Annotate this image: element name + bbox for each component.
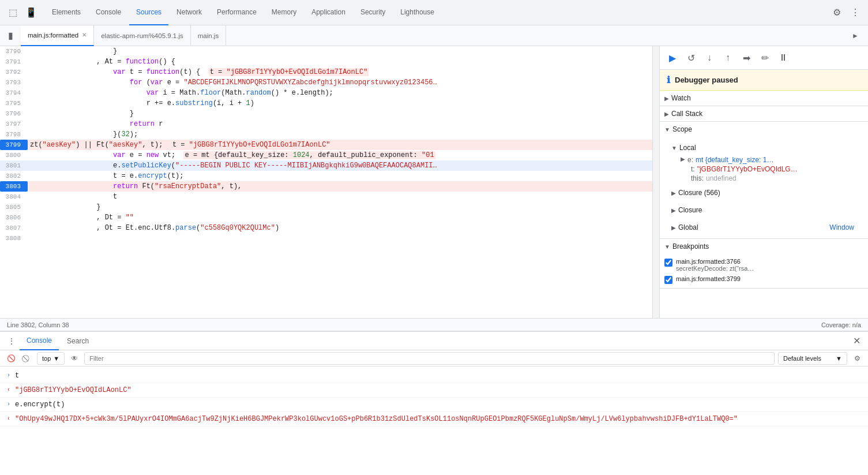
console-settings-btn[interactable]: ⚙ (851, 352, 863, 365)
local-header[interactable]: ▼ Local (671, 140, 863, 155)
closure-scope: ▶ Closure (671, 201, 863, 219)
console-filter-input[interactable] (84, 352, 775, 365)
table-row: 3795 r += e.substring(i, i + 1) (0, 98, 652, 109)
nav-tab-performance[interactable]: Performance (210, 0, 264, 25)
list-item: main.js:formatted:3766 secretKeyDecode: … (664, 256, 863, 274)
closure-566-label: Closure (566) (678, 189, 720, 197)
nav-tab-console[interactable]: Console (89, 0, 128, 25)
status-position: Line 3802, Column 38 (7, 321, 69, 328)
console-output-arrow-2: ‹ (7, 413, 10, 425)
file-tab-close[interactable]: ✕ (82, 32, 87, 38)
table-row: 3803 return Ft("rsaEncryptData", t), (0, 181, 652, 192)
table-row: 3798 }(32); (0, 129, 652, 140)
device-icon[interactable]: 📱 (23, 5, 39, 21)
watch-chevron: ▶ (664, 95, 669, 102)
scope-this-line: this: undefined (681, 174, 863, 183)
table-row: 3791 , At = function() { (0, 57, 652, 67)
resume-btn[interactable]: ▶ (664, 50, 681, 66)
closure-chevron: ▶ (671, 207, 676, 214)
file-tab-label: elastic-apm-rum%405.9.1.js (101, 32, 183, 39)
breakpoint-code-1: secretKeyDecode: zt("rsa… (676, 265, 754, 272)
console-close-btn[interactable]: ✕ (850, 334, 863, 348)
breakpoint-checkbox-2[interactable] (664, 276, 672, 284)
closure-566-chevron: ▶ (671, 190, 676, 196)
console-levels-select[interactable]: Default levels ▼ (778, 352, 847, 365)
scope-e-expand[interactable]: ▶ (681, 156, 685, 162)
breakpoint-checkbox-1[interactable] (664, 259, 672, 267)
code-lines: 3790 } 3791 , At = function() { 3792 var… (0, 46, 652, 318)
console-tab-search[interactable]: Search (60, 332, 96, 350)
breakpoints-header[interactable]: ▼ Breakpoints (660, 239, 868, 254)
nav-right-icons: ⚙ ⋮ (829, 5, 863, 21)
devtools-nav: ⬚ 📱 Elements Console Sources Network Per… (0, 0, 868, 25)
scope-t-value: "jGBG8rT1YYybO+EvOQIdLG… (697, 165, 798, 173)
console-text-encrypt-val: "OhUpy49wJHQ17DX+5+cWk3m/5lPAUyxrO4IOMmG… (15, 413, 738, 425)
step-over-btn[interactable]: ↺ (683, 50, 699, 66)
nav-tab-network[interactable]: Network (170, 0, 209, 25)
local-label: Local (679, 144, 696, 152)
watch-header[interactable]: ▶ Watch (660, 91, 868, 106)
nav-tab-lighthouse[interactable]: Lighthouse (393, 0, 441, 25)
sidebar-panel-icon[interactable]: ▮ (2, 28, 18, 44)
console-eye-btn[interactable]: 👁 (68, 352, 81, 365)
settings-icon[interactable]: ⚙ (829, 5, 845, 21)
breakpoint-file-2: main.js:formatted:3799 (676, 275, 741, 282)
global-label: Global (678, 223, 698, 231)
file-tab-elastic[interactable]: elastic-apm-rum%405.9.1.js (94, 25, 191, 46)
nav-icon-group: ⬚ 📱 (5, 5, 39, 21)
table-row: 3793 for (var e = "ABCDEFGHIJKLMNOPQRSTU… (0, 77, 652, 88)
debugger-paused-banner: ℹ Debugger paused (660, 70, 868, 91)
closure-566-header[interactable]: ▶ Closure (566) (671, 185, 863, 200)
file-tab-main-js[interactable]: main.js (191, 25, 226, 46)
console-tabs: ⋮ Console Search ✕ (0, 332, 868, 350)
pause-on-exceptions-btn[interactable]: ⏸ (775, 50, 791, 66)
code-editor[interactable]: 3790 } 3791 , At = function() { 3792 var… (0, 46, 652, 318)
table-row: 3808 (0, 233, 652, 244)
call-stack-section: ▶ Call Stack (660, 106, 868, 122)
nav-tab-security[interactable]: Security (354, 0, 392, 25)
scope-header[interactable]: ▼ Scope (660, 122, 868, 137)
debug-toolbar: ▶ ↺ ↓ ↑ ➡ ✏ ⏸ (660, 46, 868, 70)
nav-tab-memory[interactable]: Memory (265, 0, 303, 25)
console-levels-arrow: ▼ (836, 355, 842, 362)
list-item: main.js:formatted:3799 (664, 274, 863, 286)
global-chevron: ▶ (671, 225, 676, 231)
scope-e-line: ▶ e: mt {default_key_size: 1… (681, 155, 863, 164)
console-clear-btn[interactable]: 🚫 (5, 352, 17, 365)
console-tab-console[interactable]: Console (20, 332, 59, 350)
step-btn[interactable]: ➡ (738, 50, 754, 66)
step-out-btn[interactable]: ↑ (720, 50, 736, 66)
file-tab-main-formatted[interactable]: main.js:formatted ✕ (21, 25, 94, 46)
call-stack-label: Call Stack (671, 110, 702, 118)
file-tab-overflow[interactable]: ► (847, 28, 863, 44)
deactivate-btn[interactable]: ✏ (757, 50, 773, 66)
breakpoints-chevron: ▼ (664, 244, 670, 250)
call-stack-header[interactable]: ▶ Call Stack (660, 106, 868, 121)
closure-header[interactable]: ▶ Closure (671, 203, 863, 218)
console-line-encrypt-output: ‹ "OhUpy49wJHQ17DX+5+cWk3m/5lPAUyxrO4IOM… (0, 412, 868, 427)
nav-tab-sources[interactable]: Sources (129, 0, 168, 25)
global-value: Window (829, 223, 854, 231)
right-panel: ▶ ↺ ↓ ↑ ➡ ✏ ⏸ ℹ Debugger paused ▶ Watch … (659, 46, 868, 318)
scope-section: ▼ Scope ▼ Local ▶ e: mt {default_key_siz… (660, 122, 868, 239)
console-line-encrypt-input: › e.encrypt(t) (0, 398, 868, 412)
code-vertical-scrollbar[interactable] (652, 46, 659, 318)
global-header[interactable]: ▶ Global Window (671, 220, 863, 235)
console-context-arrow: ▼ (53, 355, 59, 362)
table-row: 3790 } (0, 46, 652, 57)
console-context-select[interactable]: top ▼ (37, 352, 65, 365)
info-icon: ℹ (667, 74, 670, 85)
step-into-btn[interactable]: ↓ (701, 50, 717, 66)
nav-tab-elements[interactable]: Elements (45, 0, 88, 25)
console-no-icon[interactable]: ⃠ (21, 352, 33, 365)
console-output: › t ‹ "jGBG8rT1YYybO+EvOQIdLAonLC" › e.e… (0, 366, 868, 469)
debugger-paused-text: Debugger paused (675, 76, 738, 84)
breakpoints-label: Breakpoints (672, 242, 709, 250)
console-line-t-output: ‹ "jGBG8rT1YYybO+EvOQIdLAonLC" (0, 383, 868, 398)
table-row: 3800 var e = new vt; e = mt {default_key… (0, 150, 652, 160)
more-icon[interactable]: ⋮ (847, 5, 863, 21)
main-area: 3790 } 3791 , At = function() { 3792 var… (0, 46, 868, 318)
inspect-icon[interactable]: ⬚ (5, 5, 21, 21)
nav-tab-application[interactable]: Application (305, 0, 352, 25)
console-menu-icon[interactable]: ⋮ (5, 334, 18, 348)
